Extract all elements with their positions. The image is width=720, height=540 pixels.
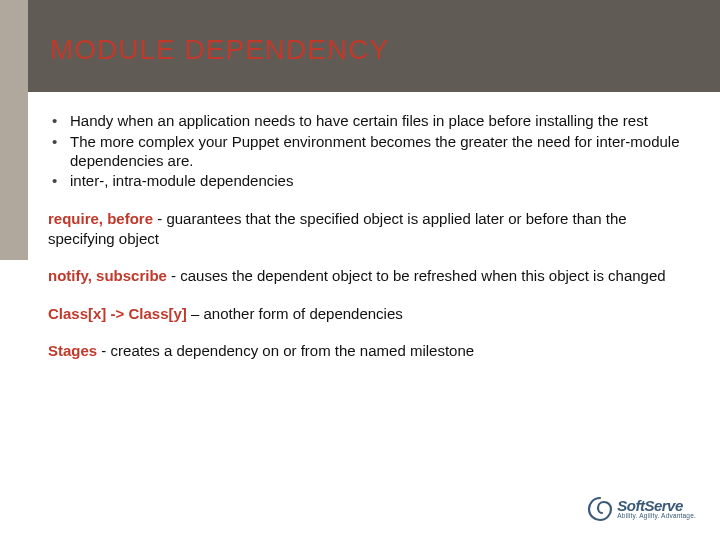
definition-line: Class[x] -> Class[y] – another form of d… <box>48 304 680 324</box>
separator: – <box>187 305 204 322</box>
logo-tagline: Ability. Agility. Advantage. <box>617 513 696 520</box>
accent-block <box>0 0 28 260</box>
softserve-swirl-icon <box>587 496 613 522</box>
logo: SoftServe Ability. Agility. Advantage. <box>587 496 696 522</box>
keyword: Stages <box>48 342 97 359</box>
list-item: inter-, intra-module dependencies <box>48 172 680 191</box>
definition-text: creates a dependency on or from the name… <box>111 342 475 359</box>
slide-content: Handy when an application needs to have … <box>48 112 680 379</box>
list-item: Handy when an application needs to have … <box>48 112 680 131</box>
logo-text: SoftServe Ability. Agility. Advantage. <box>617 498 696 520</box>
keyword: Class[x] -> Class[y] <box>48 305 187 322</box>
bullet-list: Handy when an application needs to have … <box>48 112 680 191</box>
definition-line: notify, subscribe - causes the dependent… <box>48 266 680 286</box>
keyword: notify, subscribe <box>48 267 167 284</box>
list-item: The more complex your Puppet environment… <box>48 133 680 171</box>
header-bar: MODULE DEPENDENCY <box>0 0 720 92</box>
page-title: MODULE DEPENDENCY <box>50 34 389 66</box>
separator: - <box>167 267 180 284</box>
definition-text: causes the dependent object to be refres… <box>180 267 665 284</box>
definition-line: Stages - creates a dependency on or from… <box>48 341 680 361</box>
definition-line: require, before - guarantees that the sp… <box>48 209 680 248</box>
keyword: require, before <box>48 210 153 227</box>
logo-name: SoftServe <box>617 498 696 513</box>
definition-text: another form of dependencies <box>204 305 403 322</box>
separator: - <box>97 342 110 359</box>
separator: - <box>153 210 166 227</box>
